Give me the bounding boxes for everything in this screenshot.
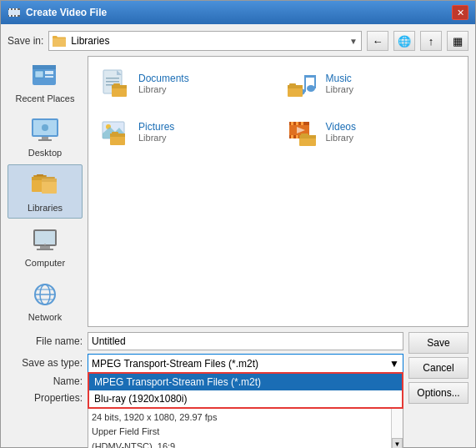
sidebar-item-libraries[interactable]: Libraries bbox=[8, 164, 83, 219]
save-in-label: Save in: bbox=[8, 35, 43, 47]
svg-rect-28 bbox=[35, 231, 55, 244]
svg-rect-44 bbox=[112, 85, 127, 88]
list-item[interactable]: Videos Library bbox=[283, 112, 462, 152]
pictures-icon bbox=[98, 115, 132, 148]
svg-rect-17 bbox=[42, 137, 48, 139]
save-button[interactable]: Save bbox=[408, 332, 468, 354]
music-name: Music bbox=[326, 73, 354, 84]
svg-rect-60 bbox=[112, 132, 118, 134]
svg-rect-50 bbox=[314, 75, 316, 88]
svg-rect-73 bbox=[301, 133, 308, 136]
documents-type: Library bbox=[138, 84, 189, 94]
svg-point-31 bbox=[44, 244, 46, 245]
svg-rect-65 bbox=[296, 122, 298, 125]
svg-point-19 bbox=[42, 124, 48, 131]
filename-input[interactable] bbox=[88, 332, 403, 350]
dropdown-option-2[interactable]: Blu-ray (1920x1080i) bbox=[89, 390, 402, 407]
svg-rect-8 bbox=[16, 15, 18, 17]
recent-places-icon bbox=[30, 61, 60, 91]
svg-rect-3 bbox=[9, 8, 11, 10]
filetype-value: MPEG Transport-Stream Files (*.m2t) bbox=[92, 358, 258, 370]
create-video-file-dialog: Create Video File ✕ Save in: Libraries ▼… bbox=[0, 0, 476, 448]
action-buttons: Save Cancel Options... bbox=[408, 332, 468, 404]
bottom-section: File name: Save as type: MPEG Transport-… bbox=[8, 332, 468, 448]
documents-name: Documents bbox=[138, 73, 189, 84]
list-item[interactable]: Music Library bbox=[283, 63, 462, 103]
svg-rect-4 bbox=[13, 8, 14, 10]
svg-rect-13 bbox=[45, 71, 53, 74]
libraries-label: Libraries bbox=[28, 203, 63, 213]
filetype-label: Save as type: bbox=[8, 357, 83, 369]
desktop-label: Desktop bbox=[28, 148, 62, 158]
up-button[interactable]: ↑ bbox=[420, 31, 442, 51]
desktop-icon bbox=[30, 115, 60, 145]
videos-name: Videos bbox=[326, 121, 356, 133]
svg-rect-6 bbox=[9, 15, 11, 17]
svg-rect-59 bbox=[110, 133, 125, 137]
options-button[interactable]: Options... bbox=[408, 382, 468, 404]
save-in-value: Libraries bbox=[71, 35, 344, 47]
svg-rect-67 bbox=[291, 135, 293, 138]
filename-label: File name: bbox=[8, 335, 83, 347]
cancel-button[interactable]: Cancel bbox=[408, 357, 468, 379]
libraries-icon bbox=[30, 170, 60, 200]
network-label: Network bbox=[28, 312, 62, 322]
svg-rect-30 bbox=[37, 249, 53, 250]
list-item[interactable]: Pictures Library bbox=[95, 112, 274, 152]
dialog-icon bbox=[8, 6, 21, 19]
file-browser: Documents Library bbox=[88, 56, 468, 327]
prop-line-3: Upper Field First bbox=[92, 425, 399, 440]
videos-type: Library bbox=[326, 133, 356, 143]
svg-rect-45 bbox=[113, 83, 120, 86]
back-button[interactable]: ← bbox=[367, 31, 388, 51]
svg-rect-52 bbox=[288, 85, 303, 88]
sidebar: Recent Places Desktop bbox=[8, 56, 83, 327]
svg-rect-40 bbox=[106, 78, 119, 79]
music-icon bbox=[286, 67, 319, 100]
filename-row: File name: bbox=[8, 332, 403, 350]
documents-icon bbox=[98, 67, 132, 100]
svg-rect-48 bbox=[304, 75, 314, 78]
svg-rect-53 bbox=[289, 83, 296, 86]
forward-button[interactable]: 🌐 bbox=[393, 31, 415, 51]
computer-icon bbox=[30, 225, 60, 255]
filetype-dropdown-wrapper: MPEG Transport-Stream Files (*.m2t) ▼ MP… bbox=[88, 354, 403, 372]
scroll-down-button[interactable]: ▼ bbox=[392, 438, 403, 448]
folder-icon bbox=[53, 35, 66, 47]
filetype-dropdown[interactable]: MPEG Transport-Stream Files (*.m2t) ▼ bbox=[88, 354, 403, 372]
computer-label: Computer bbox=[25, 258, 65, 268]
svg-rect-7 bbox=[13, 15, 14, 17]
pictures-type: Library bbox=[138, 133, 174, 143]
name-label: Name: bbox=[8, 375, 83, 387]
svg-rect-25 bbox=[42, 179, 57, 182]
dropdown-arrow: ▼ bbox=[389, 358, 399, 370]
svg-rect-23 bbox=[37, 174, 43, 176]
sidebar-item-desktop[interactable]: Desktop bbox=[8, 110, 83, 163]
prop-line-2: 24 bits, 1920 x 1080, 29.97 fps bbox=[92, 410, 399, 425]
title-bar: Create Video File ✕ bbox=[1, 1, 475, 24]
svg-rect-18 bbox=[38, 139, 52, 141]
svg-rect-14 bbox=[45, 76, 53, 78]
list-item[interactable]: Documents Library bbox=[95, 63, 274, 103]
filetype-row: Save as type: MPEG Transport-Stream File… bbox=[8, 354, 403, 372]
dropdown-option-1[interactable]: MPEG Transport-Stream Files (*.m2t) bbox=[89, 374, 402, 390]
sidebar-item-computer[interactable]: Computer bbox=[8, 220, 83, 273]
music-type: Library bbox=[326, 84, 354, 94]
save-in-arrow: ▼ bbox=[349, 37, 358, 46]
svg-rect-66 bbox=[301, 122, 303, 125]
form-fields: File name: Save as type: MPEG Transport-… bbox=[8, 332, 403, 448]
prop-line-4: (HDMV-NTSC), 16:9 bbox=[92, 440, 399, 448]
sidebar-item-recent[interactable]: Recent Places bbox=[8, 56, 83, 108]
svg-rect-5 bbox=[16, 8, 18, 10]
svg-point-49 bbox=[307, 85, 315, 92]
close-button[interactable]: ✕ bbox=[452, 5, 468, 20]
view-button[interactable]: ▦ bbox=[447, 31, 468, 51]
scroll-track bbox=[392, 405, 403, 438]
main-area: Recent Places Desktop bbox=[8, 56, 468, 327]
save-in-combo[interactable]: Libraries ▼ bbox=[48, 31, 362, 51]
svg-rect-64 bbox=[291, 122, 293, 125]
sidebar-item-network[interactable]: Network bbox=[8, 274, 83, 327]
svg-rect-10 bbox=[33, 65, 56, 69]
svg-rect-29 bbox=[40, 246, 50, 249]
svg-rect-72 bbox=[299, 135, 316, 138]
